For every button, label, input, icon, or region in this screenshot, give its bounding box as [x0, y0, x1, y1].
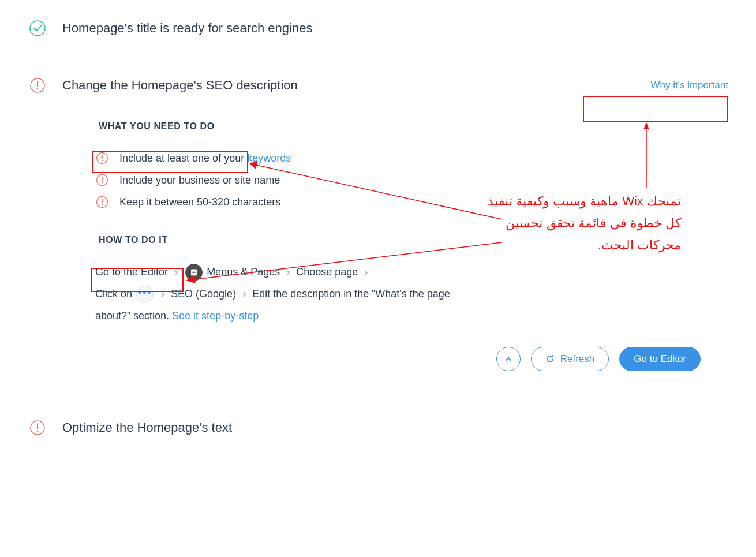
why-important-link[interactable]: Why it's important — [650, 80, 728, 91]
chevron-right-icon — [161, 288, 164, 300]
check-icon — [29, 20, 46, 37]
chevron-right-icon — [174, 266, 178, 278]
alert-icon — [95, 151, 109, 165]
svg-point-12 — [102, 204, 103, 205]
menus-pages-icon — [185, 264, 203, 281]
go-to-editor-button[interactable]: Go to Editor — [619, 347, 701, 371]
collapse-button[interactable] — [496, 347, 521, 371]
list-item: Include your business or site name — [95, 169, 545, 191]
alert-icon — [29, 77, 46, 94]
refresh-button[interactable]: Refresh — [531, 347, 609, 371]
task-title: Optimize the Homepage's text — [62, 420, 728, 435]
list-item: Include at least one of your keywords — [95, 147, 545, 169]
svg-point-9 — [102, 182, 103, 183]
what-heading: WHAT YOU NEED TO DO — [95, 120, 218, 133]
task-optimize-text-row: Optimize the Homepage's text — [0, 399, 756, 456]
alert-icon — [29, 419, 46, 436]
keywords-link[interactable]: keywords — [247, 152, 291, 164]
svg-point-0 — [30, 21, 45, 36]
how-heading: HOW TO DO IT — [95, 234, 171, 246]
chevron-right-icon — [242, 288, 246, 300]
svg-rect-16 — [192, 274, 196, 274]
chevron-right-icon — [286, 266, 290, 278]
task-title: Change the Homepage's SEO description — [62, 78, 634, 93]
more-menu-icon: ••• — [136, 286, 154, 303]
svg-rect-15 — [192, 272, 196, 273]
what-list: Include at least one of your keywords In… — [95, 147, 545, 213]
task-title: Homepage's title is ready for search eng… — [62, 21, 728, 36]
svg-point-19 — [37, 431, 39, 432]
step-by-step-link[interactable]: See it step-by-step — [172, 310, 259, 322]
how-instructions: Go to the Editor Menus & Pages Choose pa… — [95, 261, 465, 327]
list-item-text: Keep it between 50-320 characters — [119, 196, 280, 208]
list-item-text: Include at least one of your keywords — [119, 152, 291, 165]
task-ready-row: Homepage's title is ready for search eng… — [0, 0, 756, 57]
chevron-right-icon — [364, 266, 368, 278]
task-seo-desc-row: Change the Homepage's SEO description Wh… — [0, 57, 756, 399]
alert-icon — [95, 173, 109, 187]
svg-point-6 — [102, 160, 103, 161]
svg-rect-14 — [192, 271, 196, 271]
list-item-text: Include your business or site name — [119, 174, 280, 186]
alert-icon — [95, 195, 109, 209]
svg-point-3 — [37, 88, 39, 90]
list-item: Keep it between 50-320 characters — [95, 191, 545, 213]
refresh-icon — [545, 354, 555, 364]
